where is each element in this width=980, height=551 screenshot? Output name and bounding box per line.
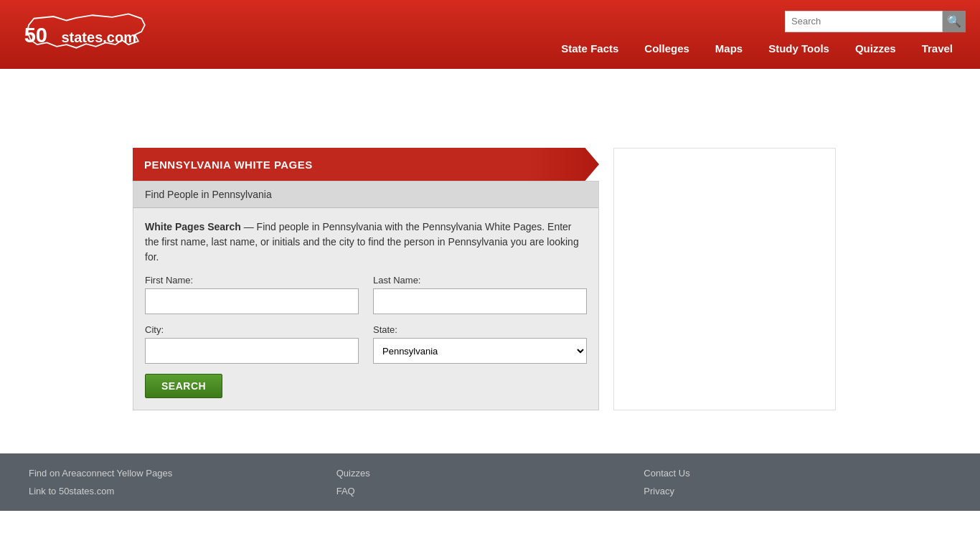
search-submit-button[interactable]: SEARCH bbox=[145, 374, 222, 398]
left-column: PENNSYLVANIA WHITE PAGES Find People in … bbox=[133, 148, 599, 410]
last-name-input[interactable] bbox=[373, 288, 587, 314]
svg-text:states.com: states.com bbox=[61, 29, 136, 45]
last-name-label: Last Name: bbox=[373, 275, 587, 286]
name-row: First Name: Last Name: bbox=[145, 275, 587, 314]
form-container: Find People in Pennsylvania White Pages … bbox=[133, 181, 599, 410]
footer-link-50states[interactable]: Link to 50states.com bbox=[29, 486, 336, 496]
header-right: 🔍 State Facts Colleges Maps Study Tools … bbox=[548, 11, 966, 59]
city-input[interactable] bbox=[145, 338, 359, 364]
svg-text:50: 50 bbox=[24, 24, 47, 47]
logo-area[interactable]: 50 states.com bbox=[14, 8, 158, 62]
footer: Find on Areaconnect Yellow Pages Link to… bbox=[0, 453, 980, 511]
page-title-bar: PENNSYLVANIA WHITE PAGES bbox=[133, 148, 599, 181]
location-row: City: State: AlabamaAlaskaArizonaArkansa… bbox=[145, 324, 587, 364]
footer-link-yellow-pages[interactable]: Find on Areaconnect Yellow Pages bbox=[29, 468, 336, 479]
footer-link-contact[interactable]: Contact Us bbox=[644, 468, 951, 479]
search-icon: 🔍 bbox=[947, 14, 961, 28]
logo-svg: 50 states.com bbox=[14, 8, 158, 62]
search-bar: 🔍 bbox=[785, 11, 966, 32]
footer-link-quizzes[interactable]: Quizzes bbox=[336, 468, 644, 479]
city-label: City: bbox=[145, 324, 359, 335]
description-text: White Pages Search — Find people in Penn… bbox=[145, 220, 587, 265]
footer-col-1: Find on Areaconnect Yellow Pages Link to… bbox=[29, 468, 336, 496]
state-label: State: bbox=[373, 324, 587, 335]
nav-menu: State Facts Colleges Maps Study Tools Qu… bbox=[548, 38, 966, 59]
footer-link-privacy[interactable]: Privacy bbox=[644, 486, 951, 496]
description-bold: White Pages Search bbox=[145, 221, 241, 232]
first-name-field: First Name: bbox=[145, 275, 359, 314]
nav-state-facts[interactable]: State Facts bbox=[548, 38, 631, 59]
search-input[interactable] bbox=[785, 11, 943, 32]
last-name-field: Last Name: bbox=[373, 275, 587, 314]
form-body: White Pages Search — Find people in Penn… bbox=[133, 208, 598, 410]
form-header: Find People in Pennsylvania bbox=[133, 182, 598, 208]
state-field: State: AlabamaAlaskaArizonaArkansasCalif… bbox=[373, 324, 587, 364]
footer-col-3: Contact Us Privacy bbox=[644, 468, 951, 496]
main-content: PENNSYLVANIA WHITE PAGES Find People in … bbox=[0, 148, 980, 410]
first-name-input[interactable] bbox=[145, 288, 359, 314]
search-button[interactable]: 🔍 bbox=[943, 11, 966, 32]
nav-travel[interactable]: Travel bbox=[909, 38, 966, 59]
nav-maps[interactable]: Maps bbox=[702, 38, 755, 59]
nav-colleges[interactable]: Colleges bbox=[631, 38, 702, 59]
first-name-label: First Name: bbox=[145, 275, 359, 286]
footer-link-faq[interactable]: FAQ bbox=[336, 486, 644, 496]
header: 50 states.com 🔍 State Facts Colleges Map… bbox=[0, 0, 980, 69]
state-select[interactable]: AlabamaAlaskaArizonaArkansasCaliforniaCo… bbox=[373, 338, 587, 364]
footer-col-2: Quizzes FAQ bbox=[336, 468, 644, 496]
ad-banner bbox=[0, 69, 980, 148]
page-title: PENNSYLVANIA WHITE PAGES bbox=[144, 159, 313, 171]
nav-quizzes[interactable]: Quizzes bbox=[842, 38, 909, 59]
nav-study-tools[interactable]: Study Tools bbox=[755, 38, 842, 59]
right-column bbox=[613, 148, 836, 410]
city-field: City: bbox=[145, 324, 359, 364]
